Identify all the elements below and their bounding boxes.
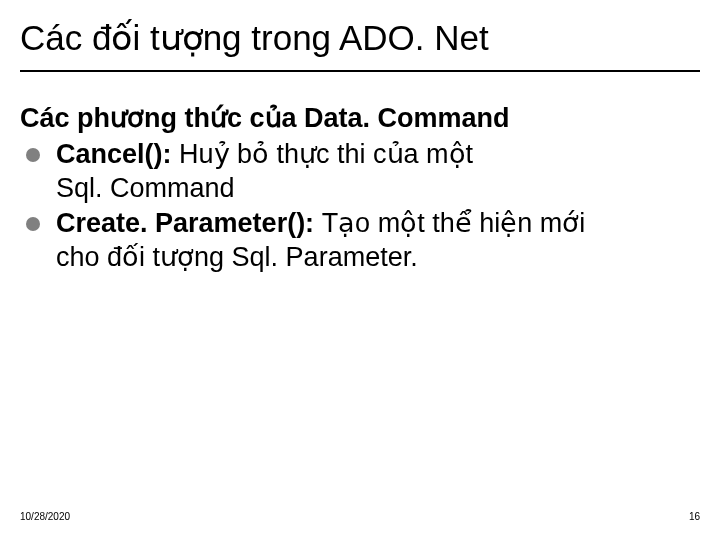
slide-title: Các đối tượng trong ADO. Net: [0, 0, 720, 66]
slide-footer: 10/28/2020 16: [20, 511, 700, 522]
slide-body: Các phương thức của Data. Command Cancel…: [0, 72, 720, 275]
methods-list: Cancel(): Huỷ bỏ thực thi của một Sql. C…: [20, 138, 700, 275]
method-desc-line2: cho đối tượng Sql. Parameter.: [56, 242, 418, 272]
method-desc-line1: Huỷ bỏ thực thi của một: [179, 139, 473, 169]
slide: Các đối tượng trong ADO. Net Các phương …: [0, 0, 720, 540]
list-item: Create. Parameter(): Tạo một thể hiện mớ…: [20, 207, 700, 275]
list-item: Cancel(): Huỷ bỏ thực thi của một Sql. C…: [20, 138, 700, 206]
method-name: Cancel():: [56, 139, 179, 169]
footer-date: 10/28/2020: [20, 511, 70, 522]
method-desc-line2: Sql. Command: [56, 173, 235, 203]
method-desc-line1: Tạo một thể hiện mới: [322, 208, 586, 238]
method-name: Create. Parameter():: [56, 208, 322, 238]
footer-page-number: 16: [689, 511, 700, 522]
body-subtitle: Các phương thức của Data. Command: [20, 102, 700, 136]
